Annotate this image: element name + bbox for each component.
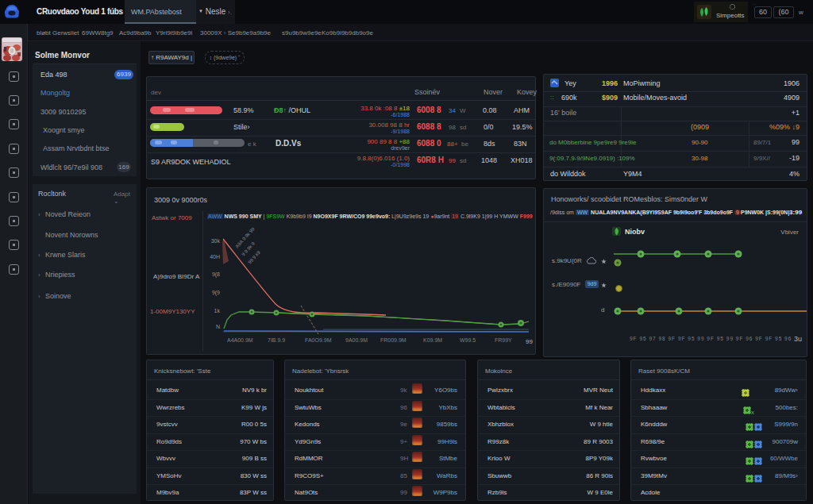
svg-text:9(8: 9(8 [212, 271, 220, 278]
svg-text:A4A00.9M: A4A00.9M [227, 337, 253, 343]
svg-text:9(9: 9(9 [212, 290, 220, 296]
svg-text:W99.5: W99.5 [460, 337, 476, 343]
svg-text:1k: 1k [214, 308, 221, 314]
svg-text:7IB.9.9: 7IB.9.9 [268, 337, 285, 343]
svg-text:K09.9M: K09.9M [423, 337, 442, 343]
svg-text:99.9 k9: 99.9 k9 [247, 250, 261, 265]
svg-text:N: N [216, 324, 220, 329]
svg-text:9A00.9M: 9A00.9M [345, 337, 368, 343]
svg-text:FA0O9.9M: FA0O9.9M [305, 337, 332, 343]
svg-text:99: 99 [526, 338, 533, 345]
svg-text:30k: 30k [211, 238, 221, 244]
svg-text:FR009.9M: FR009.9M [380, 337, 406, 343]
svg-text:FR99Y: FR99Y [495, 337, 512, 343]
svg-text:40H: 40H [210, 254, 220, 260]
